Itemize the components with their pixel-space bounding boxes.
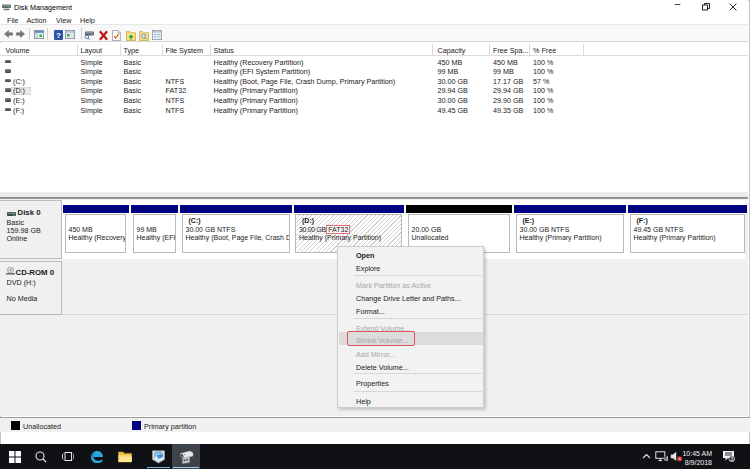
svg-text:?: ?	[56, 31, 61, 40]
svg-text:3: 3	[730, 456, 733, 462]
